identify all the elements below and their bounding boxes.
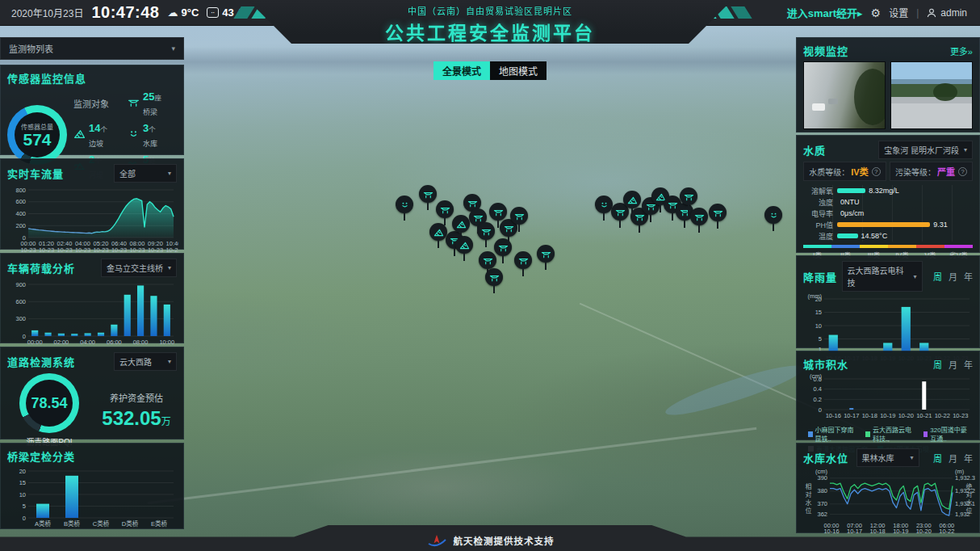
reservoir-icon	[128, 128, 140, 143]
map-marker-face[interactable]	[764, 206, 782, 224]
map-river	[662, 358, 806, 423]
svg-text:5: 5	[23, 503, 26, 510]
region-subtitle: 中国（云南）自由贸易试验区昆明片区	[248, 4, 732, 17]
map-marker-bridge[interactable]	[477, 222, 495, 240]
left-axis-label: 相对水位	[803, 483, 812, 515]
water-metric-row: 电导率0μs/cm	[803, 208, 973, 219]
svg-text:15: 15	[815, 309, 822, 316]
svg-text:10-22: 10-22	[935, 412, 950, 419]
tab-year[interactable]: 年	[964, 358, 973, 371]
objects-label: 监测对象	[73, 97, 123, 110]
svg-text:380: 380	[817, 487, 827, 494]
water-dropdown[interactable]: 宝象河 昆明水厂河段▾	[878, 141, 973, 159]
time-label: 10:47:48	[91, 3, 159, 22]
donut-value: 574	[23, 131, 51, 148]
enter-smart-link[interactable]: 进入smart经开▸	[787, 5, 863, 20]
bridge-chart: 05101520A类桥B类桥C类桥D类桥E类桥	[7, 465, 177, 532]
svg-text:10-18: 10-18	[870, 528, 886, 535]
map-marker-bridge[interactable]	[489, 203, 507, 221]
water-grade-badge: 水质等级：IV类 ?	[803, 162, 886, 181]
map-marker-bridge[interactable]	[680, 187, 697, 205]
tab-year[interactable]: 年	[964, 452, 973, 465]
info-icon[interactable]: ?	[872, 167, 881, 176]
svg-text:900: 900	[15, 281, 26, 288]
monitor-list-dropdown[interactable]: 监测物列表 ▾	[0, 37, 184, 60]
reservoir-tabs: 周 月 年	[933, 452, 973, 465]
video-feed-1[interactable]	[803, 61, 886, 129]
svg-text:370: 370	[817, 500, 827, 507]
map-marker-slope[interactable]	[455, 236, 473, 254]
road-dropdown[interactable]: 云大西路▾	[114, 352, 177, 371]
traffic-chart: 020040060080000:0010-2301:2010-2302:4010…	[7, 184, 177, 257]
tab-month[interactable]: 月	[949, 452, 957, 465]
svg-text:10:00: 10:00	[159, 339, 174, 346]
video-feed-2[interactable]	[890, 61, 973, 129]
video-more-link[interactable]: 更多»	[950, 44, 973, 57]
map-marker-bridge[interactable]	[514, 251, 532, 269]
map-marker-face[interactable]	[595, 196, 613, 213]
svg-text:10: 10	[815, 322, 822, 330]
urban-flood-panel: 城市积水 周 月 年 00.20.40.6(cm)10-1610-1710-18…	[796, 351, 980, 440]
date-label: 2020年10月23日	[11, 6, 83, 19]
panorama-mode-button[interactable]: 全景模式	[433, 61, 490, 80]
map-marker-bridge[interactable]	[709, 204, 727, 221]
svg-text:390: 390	[817, 474, 827, 482]
object-slope: 14个边坡	[73, 120, 123, 149]
map-marker-slope[interactable]	[452, 215, 470, 233]
user-menu[interactable]: admin	[927, 7, 967, 19]
water-metric-row: 浊度0NTU	[803, 196, 973, 208]
legend-item: 320国道中豪互通..	[923, 425, 973, 443]
map-marker-bridge[interactable]	[510, 207, 528, 225]
tab-month[interactable]: 月	[949, 270, 957, 283]
tab-year[interactable]: 年	[964, 270, 973, 283]
chevron-down-icon: ▾	[171, 44, 175, 53]
svg-text:10-22: 10-22	[939, 528, 954, 535]
map-marker-bridge[interactable]	[436, 200, 454, 218]
traffic-dropdown[interactable]: 全部▾	[114, 164, 177, 183]
svg-text:10-20: 10-20	[898, 412, 914, 419]
road-title: 道路检测系统	[7, 354, 75, 369]
map-marker-face[interactable]	[396, 196, 413, 213]
svg-text:06:00: 06:00	[107, 339, 122, 346]
svg-text:10-18: 10-18	[862, 412, 877, 419]
sensor-info-panel: 传感器监控信息 传感器总量 574 监测对象 25座桥梁 14个边坡 3个水库 …	[0, 65, 184, 155]
svg-text:1,932.3: 1,932.3	[955, 474, 975, 482]
scale-segment	[888, 245, 916, 248]
svg-text:02:00: 02:00	[54, 339, 69, 346]
map-marker-bridge[interactable]	[690, 208, 708, 225]
map-marker-bridge[interactable]	[537, 245, 555, 263]
right-axis-label: 绝对水位	[964, 483, 973, 515]
map-mode-button[interactable]: 地图模式	[490, 61, 547, 80]
load-title: 车辆荷载分析	[7, 260, 75, 276]
rainfall-panel: 降雨量 云大西路云电科技▾ 周 月 年 15101520(mm)10-1610-…	[796, 255, 980, 348]
svg-text:600: 600	[15, 298, 26, 305]
load-dropdown[interactable]: 金马立交主线桥▾	[101, 259, 177, 277]
bridge-title: 桥梁定检分类	[7, 448, 75, 464]
map-marker-bridge[interactable]	[494, 238, 512, 256]
svg-text:10: 10	[19, 491, 26, 498]
map-marker-bridge[interactable]	[419, 185, 437, 203]
chevron-down-icon: ▾	[168, 170, 171, 177]
map-marker-slope[interactable]	[623, 191, 641, 208]
tab-month[interactable]: 月	[949, 358, 957, 371]
map-marker-slope[interactable]	[429, 223, 447, 241]
settings-button[interactable]: 设置	[889, 6, 908, 19]
tab-week[interactable]: 周	[933, 358, 942, 371]
map-marker-bridge[interactable]	[485, 268, 503, 286]
vehicle-load-panel: 车辆荷载分析 金马立交主线桥▾ 030060090000:0002:0004:0…	[0, 253, 184, 343]
rain-dropdown[interactable]: 云大西路云电科技▾	[842, 261, 923, 292]
svg-text:0.2: 0.2	[814, 396, 822, 403]
svg-text:400: 400	[15, 210, 26, 217]
map-marker-bridge[interactable]	[479, 251, 496, 269]
datetime-group: 2020年10月23日 10:47:48 ☁ 9°C ·· 43 优	[0, 3, 246, 22]
water-quality-panel: 水质 宝象河 昆明水厂河段▾ 水质等级：IV类 ? 污染等级：严重 ? 溶解氧8…	[796, 135, 980, 253]
svg-text:600: 600	[15, 198, 26, 205]
tab-week[interactable]: 周	[933, 452, 942, 465]
flood-chart: 00.20.40.6(cm)10-1610-1710-1810-1910-201…	[803, 373, 973, 423]
tab-week[interactable]: 周	[933, 270, 942, 283]
info-icon[interactable]: ?	[958, 167, 967, 176]
water-metric-row: PH值9.31	[803, 219, 973, 230]
scale-segment	[916, 245, 944, 248]
reservoir-dropdown[interactable]: 果林水库▾	[856, 448, 919, 467]
gear-icon[interactable]: ⚙	[871, 6, 882, 19]
